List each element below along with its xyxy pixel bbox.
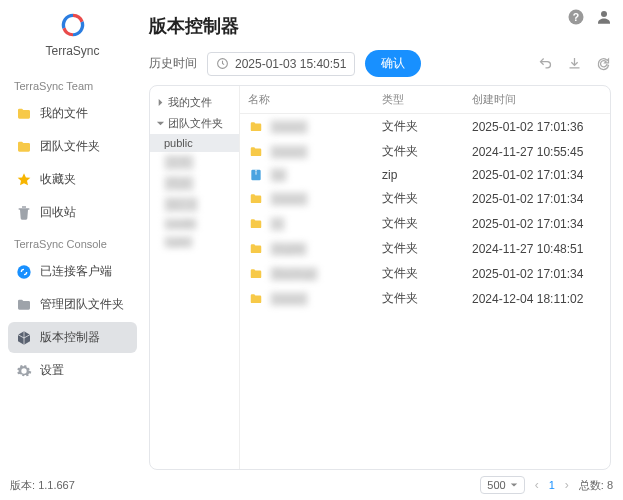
- pager: 500 ‹ 1 › 总数: 8: [480, 476, 613, 494]
- download-icon[interactable]: [567, 56, 582, 71]
- chevron-down-icon: [156, 119, 165, 128]
- file-type: 文件夹: [382, 215, 472, 232]
- file-date: 2025-01-02 17:01:34: [472, 217, 602, 231]
- tree-node[interactable]: uple: [150, 233, 239, 251]
- tree-node[interactable]: zedB: [150, 215, 239, 233]
- help-icon[interactable]: ?: [567, 8, 585, 26]
- file-name: xxxxx: [270, 120, 308, 134]
- history-label: 历史时间: [149, 55, 197, 72]
- file-name: xxxxx: [270, 145, 308, 159]
- file-type: 文件夹: [382, 190, 472, 207]
- table-row[interactable]: n文件夹2025-01-02 17:01:34: [240, 211, 610, 236]
- nav-label: 管理团队文件夹: [40, 296, 124, 313]
- file-date: 2024-12-04 18:11:02: [472, 292, 602, 306]
- file-date: 2025-01-02 17:01:34: [472, 192, 602, 206]
- folder-icon: [16, 139, 32, 155]
- section-console: TerraSync Console: [8, 230, 137, 254]
- svg-point-2: [601, 11, 607, 17]
- tree-node[interactable]: 同步: [150, 173, 239, 194]
- file-type: 文件夹: [382, 240, 472, 257]
- file-date: 2025-01-02 17:01:36: [472, 120, 602, 134]
- nav-label: 回收站: [40, 204, 76, 221]
- page-prev[interactable]: ‹: [535, 478, 539, 492]
- toolbar: 历史时间 2025-01-03 15:40:51 确认: [149, 50, 611, 77]
- nav-clients[interactable]: 已连接客户端: [8, 256, 137, 287]
- table-row[interactable]: xxxxx文件夹2025-01-02 17:01:36: [240, 114, 610, 139]
- table-header: 名称 类型 创建时间: [240, 86, 610, 114]
- nav-team-folder[interactable]: 团队文件夹: [8, 131, 137, 162]
- file-table: 名称 类型 创建时间 xxxxx文件夹2025-01-02 17:01:36xx…: [240, 86, 610, 469]
- table-row[interactable]: xxxxx文件夹2024-12-04 18:11:02: [240, 286, 610, 311]
- user-icon[interactable]: [595, 8, 613, 26]
- nav-version-control[interactable]: 版本控制器: [8, 322, 137, 353]
- file-date: 2025-01-02 17:01:34: [472, 168, 602, 182]
- nav-label: 团队文件夹: [40, 138, 100, 155]
- footer: 版本: 1.1.667 500 ‹ 1 › 总数: 8: [0, 470, 623, 500]
- tree-node[interactable]: 文件: [150, 152, 239, 173]
- nav-label: 收藏夹: [40, 171, 76, 188]
- nav-label: 版本控制器: [40, 329, 100, 346]
- datetime-value: 2025-01-03 15:40:51: [235, 57, 346, 71]
- file-name: n: [270, 217, 285, 231]
- clock-icon: [216, 57, 229, 70]
- nav-settings[interactable]: 设置: [8, 355, 137, 386]
- tree-team-folder[interactable]: 团队文件夹: [150, 113, 239, 134]
- file-name: xxxxx: [270, 192, 308, 206]
- chevron-down-icon: [510, 481, 518, 489]
- folder-tree: 我的文件 团队文件夹 public 文件 同步 份2.0 zedB uple: [150, 86, 240, 469]
- table-row[interactable]: xxxxx文件夹2025-01-02 17:01:34: [240, 186, 610, 211]
- folder-icon: [16, 106, 32, 122]
- file-date: 2024-11-27 10:48:51: [472, 242, 602, 256]
- nav-label: 已连接客户端: [40, 263, 112, 280]
- page-title: 版本控制器: [149, 14, 611, 38]
- undo-icon[interactable]: [538, 56, 553, 71]
- nav-my-files[interactable]: 我的文件: [8, 98, 137, 129]
- logo: TerraSync: [8, 10, 137, 58]
- file-type: 文件夹: [382, 143, 472, 160]
- page-next[interactable]: ›: [565, 478, 569, 492]
- tree-node-public[interactable]: public: [150, 134, 239, 152]
- confirm-button[interactable]: 确认: [365, 50, 421, 77]
- col-name[interactable]: 名称: [248, 92, 382, 107]
- total-count: 总数: 8: [579, 478, 613, 493]
- nav-recycle[interactable]: 回收站: [8, 197, 137, 228]
- star-icon: [16, 172, 32, 188]
- gear-icon: [16, 363, 32, 379]
- file-name: ip: [270, 168, 287, 182]
- datetime-input[interactable]: 2025-01-03 15:40:51: [207, 52, 355, 76]
- col-type[interactable]: 类型: [382, 92, 472, 107]
- page-size-select[interactable]: 500: [480, 476, 524, 494]
- col-created[interactable]: 创建时间: [472, 92, 602, 107]
- link-icon: [16, 264, 32, 280]
- nav-favorites[interactable]: 收藏夹: [8, 164, 137, 195]
- tree-node[interactable]: 份2.0: [150, 194, 239, 215]
- file-type: 文件夹: [382, 290, 472, 307]
- file-name: Backup: [270, 267, 318, 281]
- table-row[interactable]: ipzip2025-01-02 17:01:34: [240, 164, 610, 186]
- svg-rect-5: [251, 170, 260, 181]
- table-row[interactable]: duple文件夹2024-11-27 10:48:51: [240, 236, 610, 261]
- main: 版本控制器 历史时间 2025-01-03 15:40:51 确认 我的文件: [145, 0, 623, 470]
- trash-icon: [16, 205, 32, 221]
- nav-manage-team[interactable]: 管理团队文件夹: [8, 289, 137, 320]
- sidebar: TerraSync TerraSync Team 我的文件 团队文件夹 收藏夹 …: [0, 0, 145, 470]
- section-team: TerraSync Team: [8, 72, 137, 96]
- version-text: 版本: 1.1.667: [10, 478, 75, 493]
- brand-name: TerraSync: [45, 44, 99, 58]
- folder-gear-icon: [16, 297, 32, 313]
- table-row[interactable]: Backup文件夹2025-01-02 17:01:34: [240, 261, 610, 286]
- file-date: 2025-01-02 17:01:34: [472, 267, 602, 281]
- file-type: 文件夹: [382, 265, 472, 282]
- brand-icon: [58, 10, 88, 40]
- cube-icon: [16, 330, 32, 346]
- table-row[interactable]: xxxxx文件夹2024-11-27 10:55:45: [240, 139, 610, 164]
- file-name: xxxxx: [270, 292, 308, 306]
- tree-my-files[interactable]: 我的文件: [150, 92, 239, 113]
- svg-text:?: ?: [573, 11, 579, 23]
- page-current: 1: [549, 479, 555, 491]
- nav-label: 设置: [40, 362, 64, 379]
- svg-point-3: [17, 265, 30, 278]
- refresh-icon[interactable]: [596, 56, 611, 71]
- file-type: zip: [382, 168, 472, 182]
- nav-label: 我的文件: [40, 105, 88, 122]
